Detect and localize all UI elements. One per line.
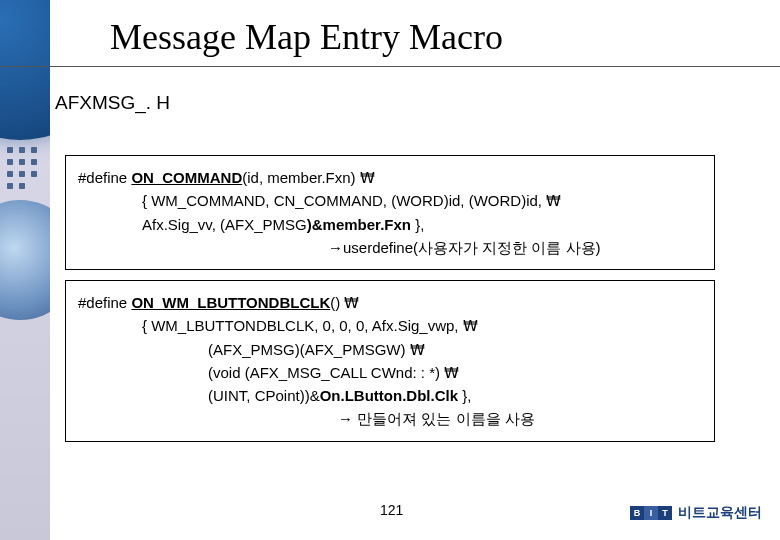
text: (UINT, CPoint))&: [208, 387, 320, 404]
logo-letter: B: [630, 506, 644, 520]
page-title: Message Map Entry Macro: [110, 16, 503, 58]
text: (void (AFX_MSG_CALL CWnd: : *) ₩: [78, 361, 459, 384]
code-line: Afx.Sig_vv, (AFX_PMSG)&member.Fxn },: [78, 213, 702, 236]
macro-name: ON_WM_LBUTTONDBLCLK: [131, 294, 330, 311]
page-number: 121: [380, 502, 403, 518]
code-line: { WM_LBUTTONDBLCLK, 0, 0, 0, Afx.Sig_vwp…: [78, 314, 702, 337]
code-line: →userdefine(사용자가 지정한 이름 사용): [78, 236, 702, 259]
text: #define: [78, 294, 131, 311]
code-line: → 만들어져 있는 이름을 사용: [78, 407, 702, 430]
text: #define: [78, 169, 131, 186]
code-block-on-command: #define ON_COMMAND(id, member.Fxn) ₩ { W…: [65, 155, 715, 270]
code-line: { WM_COMMAND, CN_COMMAND, (WORD)id, (WOR…: [78, 189, 702, 212]
text: On.LButton.Dbl.Clk: [320, 387, 458, 404]
decor-dots: [5, 145, 45, 205]
logo-icon: B I T: [630, 506, 672, 520]
code-block-on-wm-lbuttondblclk: #define ON_WM_LBUTTONDBLCLK() ₩ { WM_LBU…: [65, 280, 715, 442]
logo-letter: T: [658, 506, 672, 520]
code-line: #define ON_WM_LBUTTONDBLCLK() ₩: [78, 291, 702, 314]
arrow-icon: →: [338, 410, 353, 427]
text: { WM_COMMAND, CN_COMMAND, (WORD)id, (WOR…: [78, 189, 561, 212]
text: () ₩: [330, 294, 359, 311]
text: )&member.Fxn: [307, 216, 411, 233]
text: { WM_LBUTTONDBLCLK, 0, 0, 0, Afx.Sig_vwp…: [78, 314, 478, 337]
macro-name: ON_COMMAND: [131, 169, 242, 186]
text: Afx.Sig_vv, (AFX_PMSG: [142, 216, 307, 233]
logo-letter: I: [644, 506, 658, 520]
text: userdefine(사용자가 지정한 이름 사용): [343, 239, 601, 256]
text: 만들어져 있는 이름을 사용: [353, 410, 535, 427]
code-line: (UINT, CPoint))&On.LButton.Dbl.Clk },: [78, 384, 702, 407]
decor-small-sphere: [0, 200, 50, 320]
title-underline: [0, 66, 780, 67]
footer-logo: B I T 비트교육센터: [630, 504, 762, 522]
code-line: #define ON_COMMAND(id, member.Fxn) ₩: [78, 166, 702, 189]
text: (AFX_PMSG)(AFX_PMSGW) ₩: [78, 338, 425, 361]
footer-text: 비트교육센터: [678, 504, 762, 522]
text: },: [411, 216, 424, 233]
decor-large-sphere: [0, 0, 50, 140]
code-line: (AFX_PMSG)(AFX_PMSGW) ₩: [78, 338, 702, 361]
text: },: [458, 387, 471, 404]
code-line: (void (AFX_MSG_CALL CWnd: : *) ₩: [78, 361, 702, 384]
subtitle: AFXMSG_. H: [55, 92, 170, 114]
arrow-icon: →: [328, 239, 343, 256]
slide: Message Map Entry Macro AFXMSG_. H #defi…: [0, 0, 780, 540]
text: (id, member.Fxn) ₩: [242, 169, 375, 186]
left-decoration: [0, 0, 50, 540]
